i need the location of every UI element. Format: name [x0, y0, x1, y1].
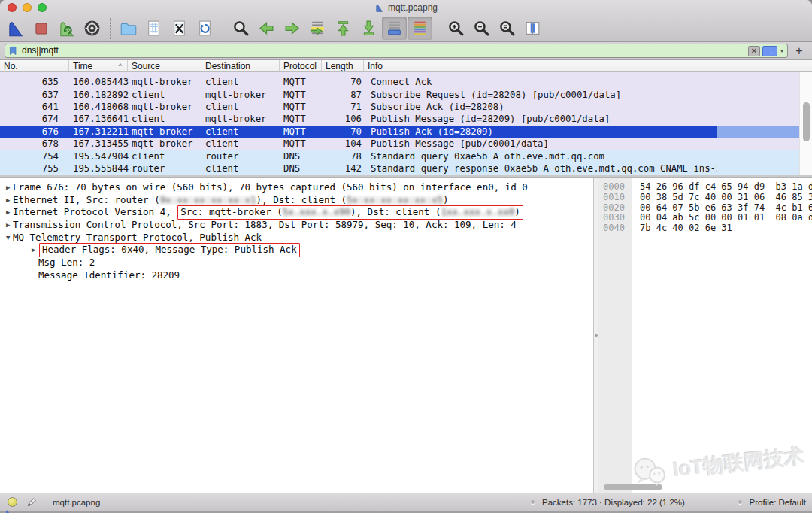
- hex-row[interactable]: 001000 38 5d 7c 40 00 31 06 46 85 36: [598, 193, 812, 203]
- detail-tree-line[interactable]: ▶Ethernet II, Src: router (9x:xx:xx:xx:x…: [0, 194, 593, 207]
- folder-icon: [119, 19, 138, 38]
- detail-tree-line[interactable]: ▶Transmission Control Protocol, Src Port…: [0, 219, 593, 232]
- auto-scroll-button[interactable]: [382, 17, 407, 40]
- zoom-in-button[interactable]: [444, 17, 468, 40]
- expert-info-icon[interactable]: [8, 497, 17, 507]
- title-bar: mqtt.pcapng: [0, 0, 812, 15]
- zoom-reset-button[interactable]: [495, 17, 520, 40]
- detail-tree-line[interactable]: Message Identifier: 28209: [26, 269, 593, 282]
- go-to-packet-button[interactable]: [305, 17, 330, 40]
- bookmark-icon[interactable]: [8, 45, 19, 56]
- find-packet-button[interactable]: [229, 17, 253, 40]
- collapse-arrow-icon[interactable]: ▶: [0, 181, 13, 194]
- packet-row[interactable]: 678167.313455mqtt-brokerclientMQTT104Pub…: [0, 138, 799, 150]
- detail-tree-line[interactable]: ▼MQ Telemetry Transport Protocol, Publis…: [0, 232, 593, 244]
- capture-options-button[interactable]: [80, 17, 105, 40]
- open-file-button[interactable]: [116, 17, 141, 40]
- filter-dropdown-caret-icon[interactable]: ▾: [780, 47, 783, 54]
- collapse-arrow-icon[interactable]: ▶: [26, 244, 38, 256]
- hex-offset: 0000: [598, 182, 632, 193]
- go-first-packet-button[interactable]: [331, 17, 356, 40]
- packet-row[interactable]: 641160.418068mqtt-brokerclientMQTT71Subs…: [0, 101, 799, 113]
- column-header-time[interactable]: Time^: [69, 60, 128, 71]
- pane-splitter[interactable]: [593, 178, 598, 493]
- statusbar-profile[interactable]: Profile: Default: [738, 498, 806, 507]
- column-header-length[interactable]: Length: [322, 60, 364, 71]
- zoom-out-button[interactable]: [469, 17, 494, 40]
- column-header-info[interactable]: Info: [364, 60, 812, 71]
- column-header-destination[interactable]: Destination: [201, 60, 280, 71]
- arrow-up-bar-icon: [334, 19, 353, 38]
- hex-offset: 0020: [598, 203, 632, 214]
- packet-row[interactable]: 674167.136641clientmqtt-brokerMQTT106Pub…: [0, 113, 799, 125]
- profile-text[interactable]: Profile: Default: [750, 498, 806, 507]
- packet-list-scrollbar[interactable]: [799, 72, 812, 175]
- column-header-no[interactable]: No.: [0, 60, 69, 71]
- magnifier-minus-icon: [472, 19, 491, 38]
- scrollbar-thumb[interactable]: [803, 102, 810, 141]
- reload-file-button[interactable]: [192, 17, 217, 40]
- toolbar-separator: [438, 18, 438, 39]
- hex-bytes: 00 04 ab 5c 00 00 01 01 08 0a d4: [632, 213, 812, 223]
- statusbar-grip-icon: [738, 500, 742, 504]
- colorize-packets-button[interactable]: [408, 17, 432, 40]
- detail-tree-line[interactable]: ▶Frame 676: 70 bytes on wire (560 bits),…: [0, 181, 593, 194]
- zoom-window-button[interactable]: [38, 3, 47, 12]
- go-last-packet-button[interactable]: [356, 17, 381, 40]
- collapse-arrow-icon[interactable]: ▶: [0, 194, 13, 207]
- hex-offset: 0010: [598, 193, 632, 203]
- packet-row[interactable]: 754195.547904clientrouterDNS78Standard q…: [0, 150, 799, 162]
- go-back-button[interactable]: [254, 17, 279, 40]
- toolbar-separator: [110, 18, 111, 39]
- collapse-arrow-icon[interactable]: ▶: [0, 219, 13, 232]
- filter-text[interactable]: dns||mqtt: [19, 44, 748, 57]
- annotation-red-box: Src: mqtt-broker (5x.xxx.x.x90), Dst: cl…: [177, 205, 523, 220]
- magnifier-equal-icon: [498, 19, 517, 38]
- packet-row[interactable]: 755195.555844routerclientDNS142Standard …: [0, 162, 799, 175]
- autoscroll-lines-icon: [385, 19, 404, 38]
- shark-fin-icon: [6, 19, 26, 38]
- detail-tree-line[interactable]: ▶Internet Protocol Version 4, Src: mqtt-…: [0, 206, 593, 219]
- close-window-button[interactable]: [8, 3, 17, 12]
- redacted-text: 5x.xxx.x.x90: [283, 206, 350, 217]
- toolbar-separator: [223, 18, 223, 39]
- filter-apply-button[interactable]: →: [762, 46, 777, 56]
- display-filter-input[interactable]: dns||mqtt ✕ → ▾: [5, 44, 788, 58]
- stop-square-icon: [32, 19, 51, 38]
- hex-bytes: 7b 4c 40 02 6e 31: [632, 223, 732, 234]
- hex-dump-pane: 000054 26 96 df c4 65 94 d9 b3 1a de0010…: [598, 178, 812, 493]
- capture-comment-pencil-icon[interactable]: [26, 496, 38, 508]
- packet-row-selected[interactable]: 676167.312211mqtt-brokerclientMQTT70Publ…: [0, 126, 799, 138]
- arrow-right-icon: [283, 19, 301, 38]
- column-header-protocol[interactable]: Protocol: [280, 60, 322, 71]
- expand-arrow-icon[interactable]: ▼: [0, 232, 13, 244]
- restart-capture-button[interactable]: [54, 17, 79, 40]
- resize-columns-button[interactable]: [520, 17, 545, 40]
- collapse-arrow-icon[interactable]: ▶: [0, 206, 13, 219]
- hex-row[interactable]: 00407b 4c 40 02 6e 31: [598, 223, 812, 234]
- close-file-button[interactable]: [167, 17, 192, 40]
- add-filter-button[interactable]: +: [791, 44, 807, 59]
- watermark-text: IoT物联网技术: [671, 442, 805, 483]
- statusbar-grip-icon: [531, 500, 535, 504]
- watermark: IoT物联网技术: [631, 440, 806, 490]
- arrow-down-bar-icon: [359, 19, 378, 38]
- document-close-icon: [170, 19, 189, 38]
- packet-list: 635160.085443mqtt-brokerclientMQTT70Conn…: [0, 72, 812, 175]
- detail-tree-line[interactable]: ▶Header Flags: 0x40, Message Type: Publi…: [26, 244, 593, 256]
- packet-row[interactable]: 635160.085443mqtt-brokerclientMQTT70Conn…: [0, 76, 799, 88]
- go-forward-button[interactable]: [280, 17, 304, 40]
- column-header-source[interactable]: Source: [128, 60, 201, 71]
- hex-row[interactable]: 003000 04 ab 5c 00 00 01 01 08 0a d4: [598, 213, 812, 223]
- hex-row[interactable]: 002000 64 07 5b e6 63 3f 74 4c b1 60: [598, 203, 812, 214]
- start-capture-button[interactable]: [3, 17, 28, 40]
- save-file-button[interactable]: [141, 17, 166, 40]
- restart-fin-icon: [57, 19, 77, 38]
- wireshark-fin-icon: [374, 3, 384, 13]
- detail-tree-line[interactable]: Msg Len: 2: [26, 256, 593, 269]
- hex-row[interactable]: 000054 26 96 df c4 65 94 d9 b3 1a de: [598, 182, 812, 193]
- stop-capture-button[interactable]: [29, 17, 53, 40]
- packet-row[interactable]: 637160.182892clientmqtt-brokerMQTT87Subs…: [0, 88, 799, 100]
- minimize-window-button[interactable]: [23, 3, 32, 12]
- filter-clear-button[interactable]: ✕: [748, 46, 760, 56]
